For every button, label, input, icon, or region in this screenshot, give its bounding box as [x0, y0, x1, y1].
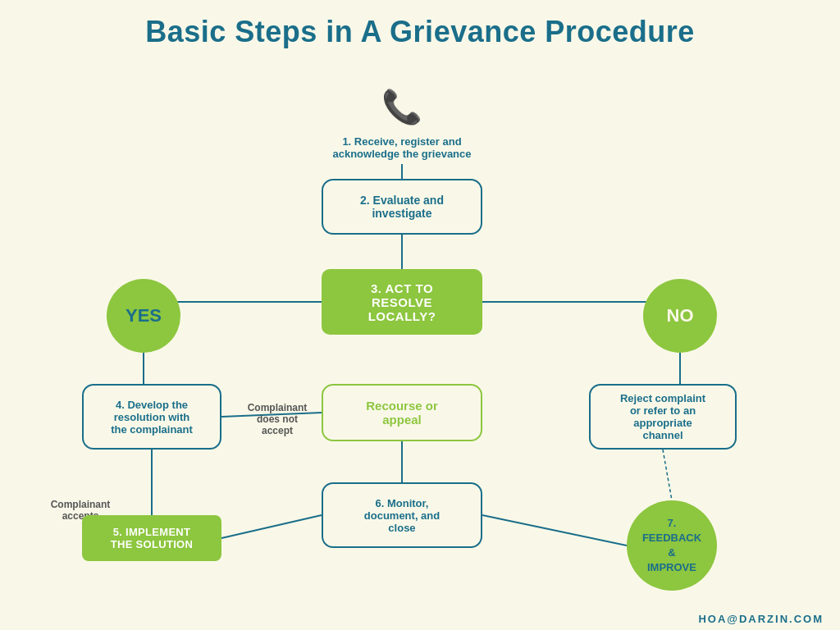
step5-implement: 5. IMPLEMENT THE SOLUTION — [82, 515, 221, 561]
step1-label: 1. Receive, register and acknowledge the… — [316, 135, 488, 160]
page: Basic Steps in A Grievance Procedure — [0, 0, 840, 630]
diagram: 📞 1. Receive, register and acknowledge t… — [0, 57, 840, 630]
step7-feedback: 7. FEEDBACK & IMPROVE — [627, 500, 717, 591]
step3-act: 3. ACT TO RESOLVE LOCALLY? — [322, 269, 482, 335]
reject-box: Reject complaint or refer to an appropri… — [589, 384, 737, 450]
svg-line-13 — [663, 450, 672, 500]
complainant-not-accept-label: Complainant does not accept — [228, 402, 326, 436]
page-title: Basic Steps in A Grievance Procedure — [0, 0, 840, 57]
step4-develop: 4. Develop the resolution with the compl… — [82, 384, 221, 450]
no-circle: NO — [643, 279, 717, 353]
recourse-box: Recourse or appeal — [322, 384, 482, 441]
phone-icon: 📞 — [377, 82, 427, 131]
watermark: HOA@DARZIN.COM — [698, 613, 824, 625]
yes-circle: YES — [107, 279, 180, 353]
step2-evaluate: 2. Evaluate and investigate — [322, 179, 482, 235]
svg-line-11 — [221, 515, 322, 538]
svg-line-12 — [482, 515, 627, 546]
step6-monitor: 6. Monitor, document, and close — [322, 482, 482, 548]
